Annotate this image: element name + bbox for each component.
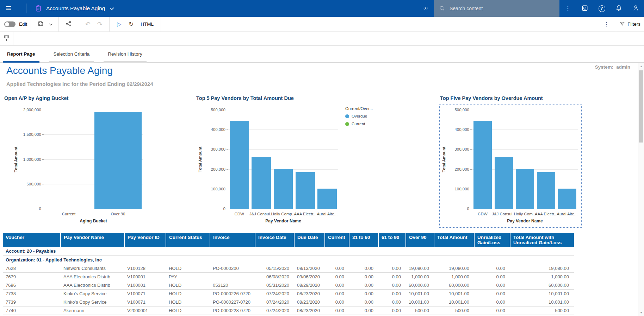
edit-toggle[interactable] <box>4 21 16 27</box>
filters-label: Filters <box>627 21 640 27</box>
tab-underline <box>104 61 147 63</box>
cell <box>210 272 255 281</box>
legend-item-overdue[interactable]: Overdue <box>345 114 373 118</box>
tab-report-page[interactable]: Report Page <box>3 46 39 63</box>
cell: 0.00 <box>325 281 349 289</box>
scroll-up-icon[interactable]: ▲ <box>638 63 644 69</box>
live-connection-button[interactable] <box>417 0 434 17</box>
menu-button[interactable] <box>0 0 17 17</box>
system-info: System:admin <box>595 64 630 70</box>
kebab-icon: ⋮ <box>603 21 609 27</box>
notifications-button[interactable] <box>610 0 627 17</box>
cell: HOLD <box>166 264 210 272</box>
scroll-down-icon[interactable]: ▼ <box>638 310 644 315</box>
chevron-down-icon <box>110 6 114 11</box>
share-button[interactable] <box>62 17 74 32</box>
table-down-icon <box>4 35 10 42</box>
column-header-total-amount: Total Amount <box>434 233 474 247</box>
vertical-scrollbar[interactable]: ▲ ▼ <box>638 63 644 316</box>
cell: 08/13/2020 <box>294 264 325 272</box>
more-actions-button[interactable]: ⋮ <box>559 0 576 17</box>
cell: 0.00 <box>325 272 349 281</box>
tab-underline <box>49 61 94 63</box>
cell: V2000001 <box>124 306 166 315</box>
help-button[interactable]: ? <box>593 0 610 17</box>
x-category-label: Over 90 <box>89 212 147 216</box>
y-axis-title: Total Amount <box>198 146 202 172</box>
run-button[interactable]: ▷ <box>113 17 125 32</box>
undo-button[interactable]: ↶ <box>82 17 94 32</box>
chart-title: Top 5 Pay Vendors by Total Amount Due <box>196 95 294 101</box>
save-button[interactable] <box>35 17 47 32</box>
application-window: Accounts Payable Aging ⋮ ? <box>0 0 644 316</box>
group-row: Organization: 01 - Applied Technologies,… <box>3 255 574 264</box>
y-tick-label: 500,000 <box>196 108 225 112</box>
redo-button[interactable]: ↷ <box>94 17 106 32</box>
cell: 0.00 <box>378 298 406 306</box>
x-axis-title: Pay Vendor Name <box>228 219 338 223</box>
tab-revision-history[interactable]: Revision History <box>104 46 147 63</box>
bar-aaa-electr-[interactable] <box>537 172 556 209</box>
bar-cdw[interactable] <box>230 121 249 209</box>
cell: Kinko's Copy Service <box>61 298 124 306</box>
table-row: 7679AAA Electronics DistribV100001PAY06/… <box>3 272 574 281</box>
page-navigation-button[interactable] <box>0 32 13 46</box>
cell: V100071 <box>124 298 166 306</box>
table-row: 7740AkermannV2000001HOLDPO-0000228-07200… <box>3 306 574 315</box>
scroll-thumb[interactable] <box>639 70 643 143</box>
page-title: Accounts Payable Aging <box>6 65 113 76</box>
x-axis-line <box>44 209 143 209</box>
cell: 0.00 <box>474 298 510 306</box>
filters-button[interactable]: Filters <box>620 17 640 32</box>
tab-selection-criteria[interactable]: Selection Criteria <box>49 46 94 63</box>
bar-cdw[interactable] <box>473 121 492 209</box>
toolbar-more-button[interactable]: ⋮ <box>600 17 612 32</box>
cell: PO-0000226-0720 <box>210 289 255 298</box>
cell: 0.00 <box>378 264 406 272</box>
y-axis-title: Total Amount <box>442 146 446 172</box>
bar-j-j-consul-[interactable] <box>495 157 513 209</box>
cell: 7739 <box>3 298 61 306</box>
group-row: Account: 20 - Payables <box>3 247 574 255</box>
bar-aural-alte-[interactable] <box>317 189 337 209</box>
toggle-knob <box>5 22 9 26</box>
cell: 10,001.00 <box>434 298 474 306</box>
search-input[interactable] <box>434 0 559 17</box>
output-format-label[interactable]: HTML <box>141 21 154 27</box>
cell: 07/24/2020 <box>255 289 294 298</box>
tab-label: Report Page <box>7 51 35 57</box>
table-row: 7738Kinko's Copy ServiceV100071HOLDPO-00… <box>3 289 574 298</box>
bar-holly-com-[interactable] <box>516 169 534 209</box>
y-tick-label: 1,500,000 <box>12 132 41 137</box>
cell: 0.00 <box>349 281 378 289</box>
refresh-button[interactable]: ↻ <box>125 17 137 32</box>
bar-over-90[interactable] <box>94 112 142 209</box>
column-header-current-status: Current Status <box>166 233 210 247</box>
y-tick-label: 0 <box>12 207 41 211</box>
bar-j-j-consul-[interactable] <box>252 157 271 209</box>
bar-aaa-electr-[interactable] <box>296 172 315 209</box>
legend-item-current[interactable]: Current <box>345 122 373 126</box>
save-options-button[interactable] <box>47 17 55 32</box>
chart-legend: Current/Over...OverdueCurrent <box>345 106 373 129</box>
cell: PO-0000228-0720 <box>210 306 255 315</box>
bar-aural-alte-[interactable] <box>558 189 577 209</box>
cell: 10,001.00 <box>406 289 434 298</box>
search-box <box>434 0 559 17</box>
gridline <box>44 110 143 110</box>
document-menu-button[interactable] <box>105 0 118 17</box>
cell: 500.00 <box>406 306 434 315</box>
account-button[interactable] <box>627 0 644 17</box>
chart-open-ap-by-aging-bucket: Open A/P by Aging Bucket0500,0001,000,00… <box>4 95 162 226</box>
cell: 10,001.00 <box>510 289 574 298</box>
column-header-voucher: Voucher <box>3 233 61 247</box>
x-axis-line <box>472 209 578 209</box>
cell: 0.00 <box>349 264 378 272</box>
y-tick-label: 100,000 <box>196 187 225 191</box>
cell: HOLD <box>166 281 210 289</box>
system-label: System: <box>595 64 614 70</box>
bar-holly-comp-[interactable] <box>274 169 293 209</box>
console-switcher-button[interactable] <box>576 0 593 17</box>
y-tick-label: 400,000 <box>196 127 225 132</box>
legend-dot <box>345 122 349 126</box>
